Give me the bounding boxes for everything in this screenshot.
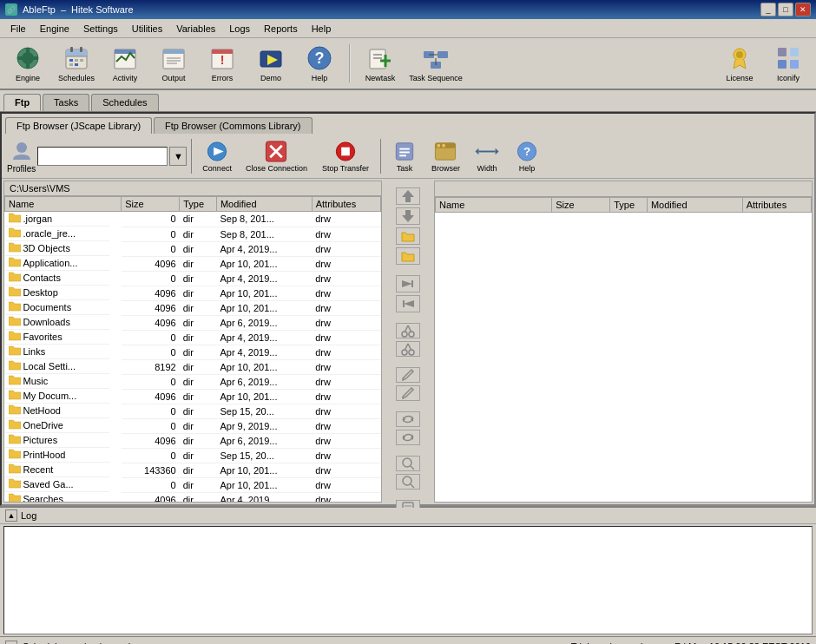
right-pane-scroll[interactable]: Name Size Type Modified Attributes (435, 197, 812, 502)
file-size: 0 (122, 418, 180, 433)
log-collapse-btn[interactable]: ▲ (5, 509, 17, 522)
file-size: 4096 (122, 492, 180, 502)
license-button[interactable]: License (717, 41, 762, 86)
menu-utilities[interactable]: Utilities (125, 22, 169, 36)
browser-tab-jscape[interactable]: Ftp Browser (JScape Library) (5, 117, 152, 134)
download-btn[interactable] (396, 207, 420, 225)
close-connection-label: Close Connection (246, 164, 307, 173)
file-type: dir (180, 418, 217, 433)
file-type: dir (180, 256, 217, 271)
open-folder-local-btn[interactable] (396, 227, 420, 245)
tab-ftp[interactable]: Ftp (3, 94, 41, 111)
table-row[interactable]: PrintHood 0 dir Sep 15, 20... drw (5, 448, 381, 463)
left-pane-scroll[interactable]: Name Size Type Modified Attributes .jorg… (4, 196, 381, 502)
col-attrs[interactable]: Attributes (312, 197, 380, 212)
svg-marker-72 (402, 210, 414, 222)
table-row[interactable]: Contacts 0 dir Apr 4, 2019... drw (5, 271, 381, 286)
open-folder-remote-btn[interactable] (396, 247, 420, 265)
menu-settings[interactable]: Settings (76, 22, 125, 36)
table-row[interactable]: Favorites 0 dir Apr 4, 2019... drw (5, 330, 381, 345)
right-col-attrs[interactable]: Attributes (742, 198, 811, 213)
ftp-help-button[interactable]: ? Help (508, 136, 546, 176)
table-row[interactable]: .jorgan 0 dir Sep 8, 201... drw (5, 212, 381, 227)
table-row[interactable]: Pictures 4096 dir Apr 6, 2019... drw (5, 433, 381, 448)
taskseq-button[interactable]: Task Sequence (406, 41, 465, 86)
col-name[interactable]: Name (5, 197, 122, 212)
upload-btn[interactable] (396, 187, 420, 205)
table-row[interactable]: Local Setti... 8192 dir Apr 10, 201... d… (5, 359, 381, 374)
file-type: dir (180, 463, 217, 477)
tab-schedules[interactable]: Schedules (91, 94, 158, 111)
table-row[interactable]: Application... 4096 dir Apr 10, 201... d… (5, 256, 381, 271)
output-button[interactable]: Output (151, 41, 196, 86)
table-row[interactable]: OneDrive 0 dir Apr 9, 2019... drw (5, 418, 381, 433)
right-col-modified[interactable]: Modified (647, 198, 742, 213)
schedules-button[interactable]: Schedules (54, 41, 99, 86)
table-row[interactable]: Desktop 4096 dir Apr 10, 201... drw (5, 286, 381, 300)
stop-transfer-button[interactable]: Stop Transfer (315, 136, 376, 176)
edit-remote-btn[interactable] (396, 385, 420, 401)
menu-file[interactable]: File (3, 22, 33, 36)
engine-button[interactable]: Engine (5, 41, 50, 86)
activity-button[interactable]: Activity (102, 41, 148, 86)
menu-engine[interactable]: Engine (33, 22, 76, 36)
table-row[interactable]: Links 0 dir Apr 4, 2019... drw (5, 345, 381, 359)
maximize-button[interactable]: □ (778, 3, 793, 16)
help-toolbar-button[interactable]: ? Help (297, 41, 342, 86)
table-row[interactable]: Documents 4096 dir Apr 10, 201... drw (5, 300, 381, 315)
refresh-remote-btn[interactable] (396, 430, 420, 445)
left-pane-path: C:\Users\VMS (4, 181, 381, 196)
minimize-button[interactable]: _ (760, 3, 776, 16)
table-row[interactable]: Searches 4096 dir Apr 4, 2019... drw (5, 492, 381, 502)
transfer-right-btn[interactable] (396, 275, 420, 292)
cut-remote-btn[interactable] (396, 341, 420, 357)
col-size[interactable]: Size (122, 197, 180, 212)
menu-variables[interactable]: Variables (169, 22, 222, 36)
table-row[interactable]: Downloads 4096 dir Apr 6, 2019... drw (5, 315, 381, 330)
svg-rect-36 (438, 51, 448, 58)
table-row[interactable]: Recent 143360 dir Apr 10, 201... drw (5, 463, 381, 477)
browser-button[interactable]: Browser (425, 136, 466, 176)
close-button[interactable]: ✕ (795, 3, 811, 16)
col-type[interactable]: Type (180, 197, 217, 212)
browser-tab-commons[interactable]: Ftp Browser (Commons Library) (154, 117, 312, 134)
profile-dropdown[interactable]: ▼ (169, 147, 187, 166)
find-local-btn[interactable] (396, 456, 420, 471)
window-controls[interactable]: _ □ ✕ (760, 3, 811, 16)
table-row[interactable]: Saved Ga... 0 dir Apr 10, 201... drw (5, 477, 381, 492)
edit-local-btn[interactable] (396, 367, 420, 383)
table-row[interactable]: Music 0 dir Apr 6, 2019... drw (5, 374, 381, 389)
table-row[interactable]: .oracle_jre... 0 dir Sep 8, 201... drw (5, 227, 381, 241)
table-row[interactable]: NetHood 0 dir Sep 15, 20... drw (5, 404, 381, 418)
close-connection-button[interactable]: Close Connection (240, 136, 313, 176)
right-col-type[interactable]: Type (610, 198, 648, 213)
transfer-left-btn[interactable] (396, 295, 420, 312)
right-col-name[interactable]: Name (436, 198, 552, 213)
cut-local-btn[interactable] (396, 323, 420, 338)
col-modified[interactable]: Modified (216, 197, 312, 212)
file-attrs: drw (312, 212, 380, 227)
width-button[interactable]: Width (468, 136, 506, 176)
iconify-button[interactable]: Iconify (766, 41, 811, 86)
errors-button[interactable]: ! Errors (200, 41, 245, 86)
folder-icon (9, 213, 21, 225)
table-row[interactable]: 3D Objects 0 dir Apr 4, 2019... drw (5, 241, 381, 256)
refresh-local-btn[interactable] (396, 411, 420, 427)
menu-help[interactable]: Help (305, 22, 339, 36)
left-file-table: Name Size Type Modified Attributes .jorg… (4, 196, 381, 502)
right-col-size[interactable]: Size (552, 198, 610, 213)
menu-logs[interactable]: Logs (222, 22, 257, 36)
folder-icon (9, 272, 21, 284)
folder-icon (9, 345, 21, 358)
file-name: Documents (5, 300, 109, 315)
table-row[interactable]: My Docum... 4096 dir Apr 10, 201... drw (5, 389, 381, 404)
menu-reports[interactable]: Reports (257, 22, 305, 36)
connect-button[interactable]: Connect (196, 136, 238, 176)
tab-tasks[interactable]: Tasks (43, 94, 89, 111)
svg-marker-64 (496, 148, 499, 154)
newtask-button[interactable]: Newtask (358, 41, 403, 86)
profile-input[interactable] (37, 147, 168, 166)
demo-button[interactable]: Demo (248, 41, 293, 86)
task-button[interactable]: Task (385, 136, 424, 176)
find-remote-btn[interactable] (396, 474, 420, 490)
